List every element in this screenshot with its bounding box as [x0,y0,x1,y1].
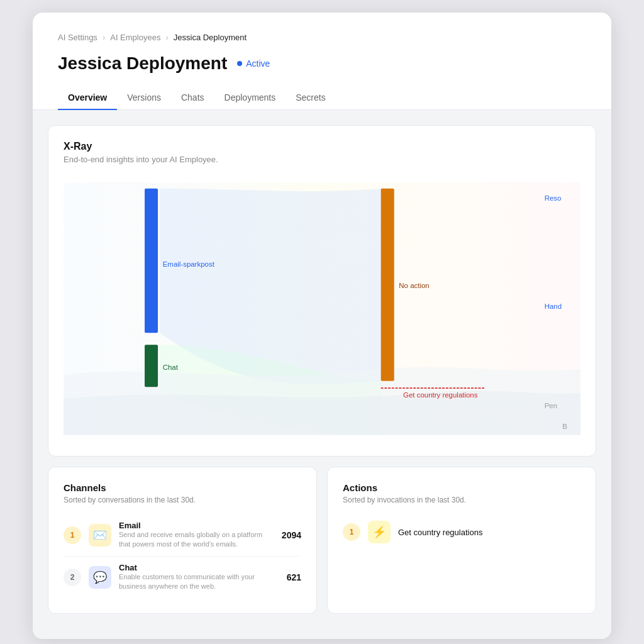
svg-text:Reso: Reso [545,194,562,202]
channel-name-chat: Chat [119,563,279,572]
tab-deployments[interactable]: Deployments [214,86,286,110]
channel-rank-2: 2 [64,569,81,586]
channel-icon-chat: 💬 [89,566,111,589]
channel-info-chat: Chat Enable customers to communicate wit… [119,563,279,592]
channel-desc-email: Send and receive emails globally on a pl… [119,530,274,550]
xray-svg: Email-sparkpost Chat No action Reso Hand… [64,177,580,441]
channels-title: Channels [64,482,301,493]
main-window: AI Settings › AI Employees › Jessica Dep… [33,13,611,639]
status-label: Active [246,58,270,69]
breadcrumb-current: Jessica Deployment [174,33,247,42]
status-badge: Active [237,58,270,69]
channel-item-email: 1 ✉️ Email Send and receive emails globa… [64,514,301,557]
svg-text:Hand: Hand [545,303,562,310]
action-rank-1: 1 [343,523,360,541]
action-item-1: 1 ⚡ Get country regulations [343,514,580,550]
xray-subtitle: End-to-end insights into your AI Employe… [64,155,580,164]
tab-overview[interactable]: Overview [58,86,117,110]
svg-text:Get country regulations: Get country regulations [403,391,478,399]
channels-card: Channels Sorted by conversations in the … [48,467,317,614]
tabs-bar: Overview Versions Chats Deployments Secr… [33,86,611,110]
actions-card: Actions Sorted by invocations in the las… [327,467,596,614]
bottom-row: Channels Sorted by conversations in the … [48,467,596,624]
channel-rank-1: 1 [64,526,81,544]
xray-card: X-Ray End-to-end insights into your AI E… [48,125,596,457]
svg-rect-3 [145,345,158,387]
tab-secrets[interactable]: Secrets [286,86,335,110]
breadcrumb: AI Settings › AI Employees › Jessica Dep… [33,33,611,42]
channel-item-chat: 2 💬 Chat Enable customers to communicate… [64,557,301,598]
svg-text:Chat: Chat [163,364,179,371]
breadcrumb-sep-1: › [103,33,105,42]
channels-subtitle: Sorted by conversations in the last 30d. [64,496,301,504]
channel-icon-email: ✉️ [89,524,111,547]
actions-title: Actions [343,482,580,493]
channel-count-chat: 621 [287,572,301,582]
svg-rect-1 [145,189,158,333]
xray-title: X-Ray [64,141,580,152]
svg-text:No action: No action [399,282,429,289]
channel-desc-chat: Enable customers to communicate with you… [119,572,279,592]
action-icon-1: ⚡ [368,521,391,543]
breadcrumb-sep-2: › [165,33,168,42]
page-title: Jessica Deployment [58,53,227,74]
tab-chats[interactable]: Chats [171,86,214,110]
svg-text:Pen: Pen [545,402,557,409]
channel-info-email: Email Send and receive emails globally o… [119,521,274,550]
actions-subtitle: Sorted by invocations in the last 30d. [343,496,580,504]
svg-text:Email-sparkpost: Email-sparkpost [163,260,215,268]
breadcrumb-ai-employees[interactable]: AI Employees [110,33,160,42]
channel-name-email: Email [119,521,274,530]
tab-versions[interactable]: Versions [117,86,171,110]
status-dot [237,61,242,66]
channel-count-email: 2094 [282,530,301,540]
xray-chart: Email-sparkpost Chat No action Reso Hand… [64,177,580,441]
action-name-1: Get country regulations [398,528,482,537]
svg-rect-5 [381,189,394,381]
svg-text:B: B [562,423,567,430]
page-header: Jessica Deployment Active [33,53,611,74]
breadcrumb-ai-settings[interactable]: AI Settings [58,33,97,42]
content-area: X-Ray End-to-end insights into your AI E… [33,110,611,639]
